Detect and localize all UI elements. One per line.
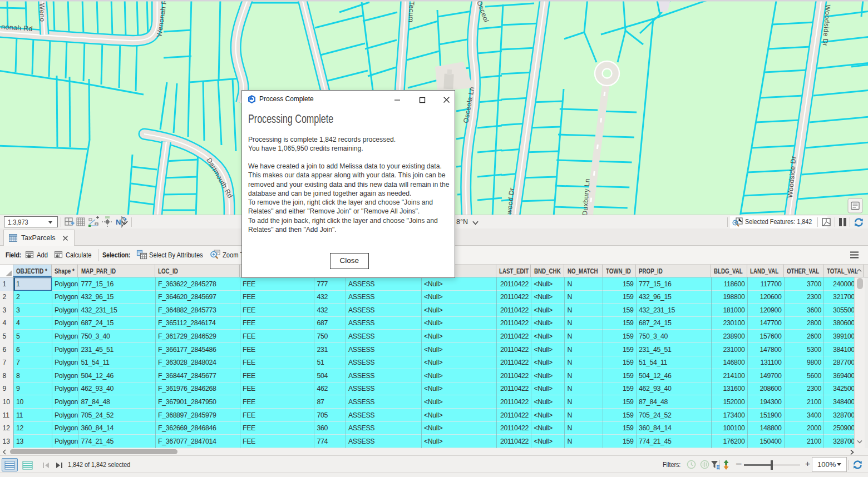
svg-text:N: N [116,218,121,226]
svg-text:Weno: Weno [38,3,46,22]
svg-text:Tecum: Tecum [407,1,416,23]
